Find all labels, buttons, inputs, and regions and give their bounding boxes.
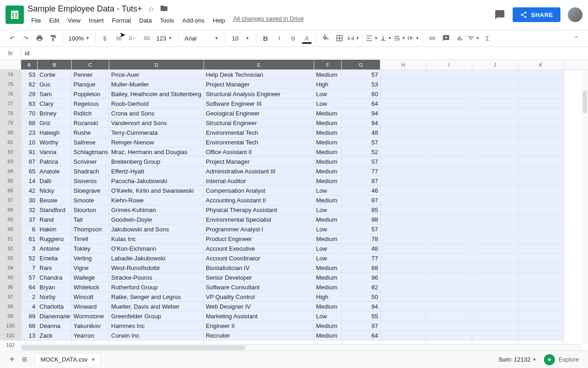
cell[interactable]	[380, 244, 426, 253]
cell[interactable]: Software Consultant	[204, 282, 314, 292]
row-header[interactable]: 90	[0, 224, 21, 234]
collapse-toolbar-button[interactable]: ⌃	[570, 32, 582, 45]
table-row[interactable]: 984CharlottaWinwardMueller, Davis and We…	[0, 302, 588, 311]
cell[interactable]	[426, 244, 472, 253]
cell[interactable]: 64	[342, 331, 380, 340]
row-header[interactable]: 99	[0, 311, 21, 321]
cell[interactable]	[380, 186, 426, 196]
table-row[interactable]: 8514DalliSisnerosPacocha-JakubowskiInter…	[0, 176, 588, 186]
cell[interactable]: 57	[342, 157, 380, 167]
number-format-select[interactable]: 123▼	[153, 35, 175, 42]
text-color-button[interactable]: A	[300, 32, 313, 45]
table-row[interactable]: 8387PatricaScrivinerBreitenberg GroupPro…	[0, 157, 588, 167]
cell[interactable]: 23	[21, 128, 38, 138]
formula-input[interactable]: id	[21, 50, 588, 57]
table-row[interactable]: 9352EmeliaVerlingLabadie-JakubowskiAccou…	[0, 253, 588, 263]
cell[interactable]: Medium	[314, 167, 342, 176]
cell[interactable]	[426, 321, 472, 331]
row-header[interactable]: 87	[0, 196, 21, 205]
cell[interactable]	[518, 186, 564, 196]
vertical-scrollbar[interactable]	[582, 70, 588, 344]
table-row[interactable]: 8110WorthySaltreseReinger-NienowEnvironm…	[0, 138, 588, 147]
cell[interactable]	[472, 128, 518, 138]
cell[interactable]: 50	[342, 292, 380, 302]
cell[interactable]: Environmental Tech	[204, 128, 314, 138]
cell[interactable]	[426, 196, 472, 205]
row-header[interactable]: 79	[0, 118, 21, 128]
cell[interactable]: Medium	[314, 176, 342, 186]
row-header[interactable]: 76	[0, 89, 21, 99]
filter-button[interactable]: ▼	[467, 32, 480, 45]
cell[interactable]: Rand	[38, 215, 72, 224]
cell[interactable]: Medium	[314, 157, 342, 167]
row-header[interactable]: 77	[0, 99, 21, 109]
row-header[interactable]: 80	[0, 128, 21, 138]
cell[interactable]	[380, 138, 426, 147]
cell[interactable]	[426, 157, 472, 167]
user-avatar[interactable]	[568, 7, 582, 22]
cell[interactable]	[518, 176, 564, 186]
cell[interactable]: 65	[21, 167, 38, 176]
insert-comment-button[interactable]	[440, 32, 452, 45]
cell[interactable]	[426, 176, 472, 186]
menu-help[interactable]: Help	[209, 15, 229, 26]
select-all-corner[interactable]	[0, 60, 21, 69]
table-row[interactable]: 9557ChandraWallegeStracke-PourosSenior D…	[0, 273, 588, 282]
cell[interactable]: Bessie	[38, 196, 72, 205]
text-rotation-button[interactable]: ▼	[407, 32, 420, 45]
cell[interactable]: O'Keefe, Kirlin and Swaniawski	[109, 186, 204, 196]
cell[interactable]: Low	[314, 99, 342, 109]
cell[interactable]	[426, 167, 472, 176]
cell[interactable]: 91	[21, 147, 38, 157]
row-header[interactable]: 91	[0, 234, 21, 244]
cell[interactable]	[518, 70, 564, 80]
cell[interactable]: Dalli	[38, 176, 72, 186]
cell[interactable]: Stracke-Pouros	[109, 273, 204, 282]
cell[interactable]: Smoote	[72, 196, 109, 205]
cell[interactable]: Low	[314, 186, 342, 196]
cell[interactable]: Rushe	[72, 128, 109, 138]
cell[interactable]: Medium	[314, 138, 342, 147]
cell[interactable]	[472, 253, 518, 263]
cell[interactable]: Haleigh	[38, 128, 72, 138]
cell[interactable]: Project Manager	[204, 80, 314, 89]
cell[interactable]	[472, 99, 518, 109]
cell[interactable]	[472, 109, 518, 118]
cell[interactable]: 29	[21, 89, 38, 99]
cell[interactable]: Reinger-Nienow	[109, 138, 204, 147]
cell[interactable]: O'Kon-Eichmann	[109, 244, 204, 253]
cell[interactable]	[518, 89, 564, 99]
menu-data[interactable]: Data	[136, 15, 155, 26]
cell[interactable]	[380, 331, 426, 340]
cell[interactable]: 94	[342, 109, 380, 118]
row-header[interactable]: 74	[0, 70, 21, 80]
menu-format[interactable]: Format	[108, 15, 135, 26]
cell[interactable]	[426, 205, 472, 215]
cell[interactable]	[426, 273, 472, 282]
cell[interactable]: 13	[21, 331, 38, 340]
row-header[interactable]: 96	[0, 282, 21, 292]
table-row[interactable]: 10068DeannaYakunikovHammes IncEngineer I…	[0, 321, 588, 331]
cell[interactable]: Medium	[314, 321, 342, 331]
menu-view[interactable]: View	[64, 15, 84, 26]
table-row[interactable]: 9989DianemarieWormstoneGreenfelder Group…	[0, 311, 588, 321]
cell[interactable]: Yearron	[72, 331, 109, 340]
cell[interactable]	[380, 128, 426, 138]
cell[interactable]: Corwin Inc	[109, 331, 204, 340]
row-header[interactable]: 75	[0, 80, 21, 89]
share-button[interactable]: SHARE	[513, 7, 560, 22]
cell[interactable]: Low	[314, 244, 342, 253]
cell[interactable]: Breitenberg Group	[109, 157, 204, 167]
cell[interactable]: 87	[21, 157, 38, 167]
cell[interactable]: Worthy	[38, 138, 72, 147]
all-sheets-button[interactable]: ≡	[22, 354, 28, 365]
cell[interactable]	[426, 215, 472, 224]
cell[interactable]: 53	[21, 70, 38, 80]
cell[interactable]: Account Executive	[204, 244, 314, 253]
row-header[interactable]: 97	[0, 292, 21, 302]
row-header[interactable]: 89	[0, 215, 21, 224]
cell[interactable]	[380, 196, 426, 205]
cell[interactable]: 57	[342, 70, 380, 80]
table-row[interactable]: 947RaniVigneWest-RunolfsdottirBiostatist…	[0, 263, 588, 273]
cell[interactable]: 37	[21, 215, 38, 224]
